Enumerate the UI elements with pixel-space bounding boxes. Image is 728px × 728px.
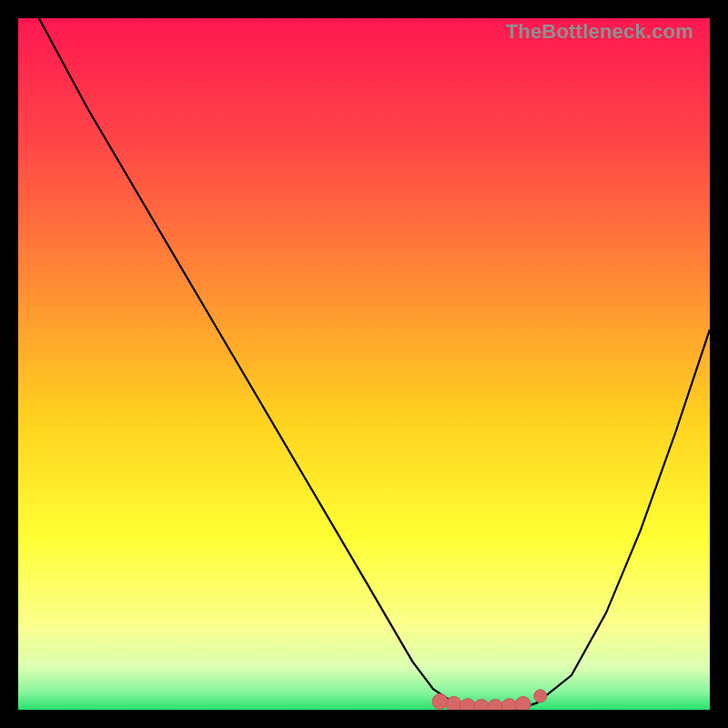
chart-frame: TheBottleneck.com <box>0 0 728 728</box>
marker-dot <box>534 690 547 703</box>
plot-area: TheBottleneck.com <box>18 18 710 710</box>
marker-dot <box>488 700 503 711</box>
marker-dot <box>446 696 461 710</box>
watermark-text: TheBottleneck.com <box>506 20 693 44</box>
marker-dot <box>474 700 490 711</box>
chart-overlay <box>18 18 710 710</box>
marker-dot <box>501 699 517 710</box>
marker-dot <box>460 699 476 710</box>
bottleneck-curve <box>39 18 710 710</box>
optimal-range-markers <box>432 690 547 710</box>
marker-dot <box>432 693 448 709</box>
marker-dot <box>515 696 531 710</box>
